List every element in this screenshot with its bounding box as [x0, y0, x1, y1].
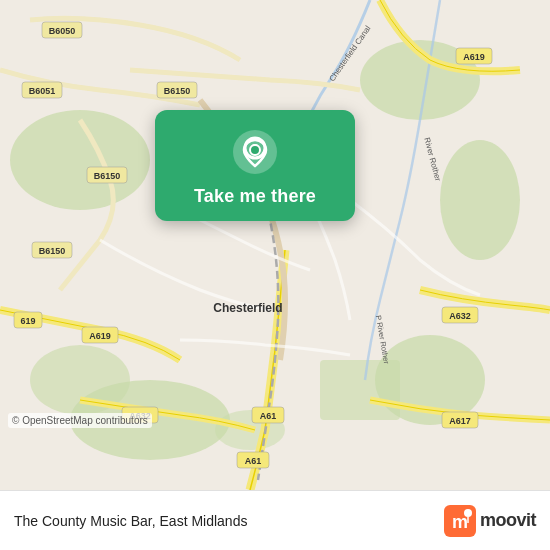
footer-location-text: The County Music Bar, East Midlands	[14, 513, 247, 529]
svg-text:A632: A632	[449, 311, 471, 321]
svg-point-45	[464, 509, 472, 517]
svg-text:Chesterfield: Chesterfield	[213, 301, 282, 315]
svg-text:B6150: B6150	[94, 171, 121, 181]
svg-text:A619: A619	[463, 52, 485, 62]
svg-text:B6150: B6150	[39, 246, 66, 256]
svg-text:A617: A617	[449, 416, 471, 426]
svg-text:619: 619	[20, 316, 35, 326]
svg-rect-6	[320, 360, 400, 420]
moovit-brand-icon: m	[444, 505, 476, 537]
svg-text:A619: A619	[89, 331, 111, 341]
svg-text:A61: A61	[260, 411, 277, 421]
svg-point-3	[440, 140, 520, 260]
moovit-logo: m moovit	[444, 505, 536, 537]
map-container: B6050 B6051 B6150 B6150 B6150 A619 619 A…	[0, 0, 550, 490]
svg-text:A61: A61	[245, 456, 262, 466]
osm-credit: © OpenStreetMap contributors	[8, 413, 152, 428]
svg-point-1	[10, 110, 150, 210]
footer-bar: The County Music Bar, East Midlands m mo…	[0, 490, 550, 550]
svg-text:B6050: B6050	[49, 26, 76, 36]
svg-point-42	[250, 145, 260, 155]
svg-text:B6150: B6150	[164, 86, 191, 96]
take-me-there-card[interactable]: Take me there	[155, 110, 355, 221]
svg-text:B6051: B6051	[29, 86, 56, 96]
location-pin-icon	[231, 128, 279, 176]
take-me-there-button-label: Take me there	[194, 186, 316, 207]
moovit-brand-text: moovit	[480, 510, 536, 531]
